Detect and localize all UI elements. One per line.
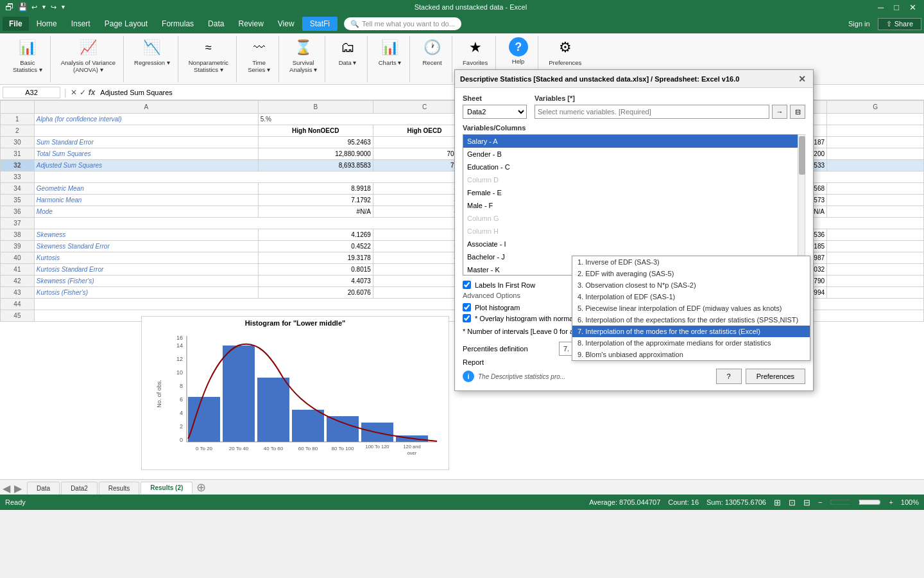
ribbon-btn-basic-stats[interactable]: 📊 BasicStatistics ▾ (10, 36, 45, 75)
var-item-column-d[interactable]: Column D (463, 173, 805, 186)
variables-list[interactable]: Salary - A Gender - B Education - C Colu… (463, 134, 805, 276)
var-item-male[interactable]: Male - F (463, 199, 805, 212)
add-sheet-button[interactable]: ⊕ (196, 480, 206, 495)
status-zoom-out[interactable]: − (818, 498, 822, 506)
menu-formulas[interactable]: Formulas (155, 17, 200, 31)
cell-a42[interactable]: Skewness (Fisher's) (34, 276, 258, 287)
cell-b36[interactable]: #N/A (258, 206, 373, 218)
sheet-select[interactable]: Data2 (463, 105, 527, 119)
variables-input[interactable] (535, 105, 769, 119)
var-item-column-h[interactable]: Column H (463, 225, 805, 238)
overlay-checkbox[interactable] (463, 314, 471, 322)
sheet-tab-data[interactable]: Data (27, 482, 60, 495)
ribbon-btn-help[interactable]: ? Help (504, 36, 533, 66)
cell-a34[interactable]: Geometric Mean (34, 183, 258, 195)
cell-b43[interactable]: 20.6076 (258, 287, 373, 299)
ribbon-btn-data[interactable]: 🗂 Data ▾ (333, 36, 362, 67)
labels-checkbox[interactable] (463, 281, 471, 289)
cell-b38[interactable]: 4.1269 (258, 229, 373, 241)
menu-view[interactable]: View (271, 17, 301, 31)
status-view-page[interactable]: ⊡ (789, 498, 796, 507)
descriptive-statistics-dialog[interactable]: Descriptive Statistics [Stacked and unst… (454, 69, 814, 391)
quick-access-save[interactable]: 💾 (18, 3, 28, 12)
ribbon-btn-anova[interactable]: 📈 Analysis of Variance(ANOVA) ▾ (58, 36, 118, 75)
reset-options-link[interactable]: Reset Options (760, 292, 805, 299)
quick-access-undo-drop[interactable]: ▼ (41, 4, 47, 10)
preferences-button[interactable]: Preferences (746, 369, 805, 384)
status-view-page-break[interactable]: ⊟ (803, 498, 810, 507)
intervals-spinner[interactable]: ▲ ▼ (798, 325, 805, 338)
cell-a32[interactable]: Adjusted Sum Squares (34, 160, 258, 171)
cell-b41[interactable]: 0.8015 (258, 264, 373, 276)
cell-a43[interactable]: Kurtosis (Fisher's) (34, 287, 258, 299)
var-item-bachelor[interactable]: Bachelor - J (463, 250, 805, 263)
var-item-column-g[interactable]: Column G (463, 212, 805, 225)
menu-statfi[interactable]: StatFi (302, 17, 338, 31)
ribbon-btn-timeseries[interactable]: 〰 TimeSeries ▾ (244, 36, 273, 75)
intervals-up-button[interactable]: ▲ (798, 326, 805, 332)
var-item-master[interactable]: Master - K (463, 263, 805, 276)
sheet-tab-data2[interactable]: Data2 (61, 482, 98, 495)
cell-b31[interactable]: 12,880.9000 (258, 148, 373, 160)
tab-scroll-left[interactable]: ◀ (3, 482, 10, 495)
status-zoom-in[interactable]: + (889, 498, 893, 506)
sign-in-link[interactable]: Sign in (842, 20, 877, 28)
cell-a30[interactable]: Sum Standard Error (34, 137, 258, 148)
var-item-gender[interactable]: Gender - B (463, 148, 805, 161)
zoom-slider[interactable] (830, 497, 881, 507)
tab-scroll-right[interactable]: ▶ (14, 482, 22, 495)
ribbon-btn-survival[interactable]: ⌛ SurvivalAnalysis ▾ (287, 36, 320, 75)
dialog-close-button[interactable]: ✕ (796, 73, 808, 85)
cell-b35[interactable]: 7.1792 (258, 195, 373, 206)
intervals-down-button[interactable]: ▼ (798, 332, 805, 338)
status-view-normal[interactable]: ⊞ (774, 498, 781, 507)
quick-access-undo[interactable]: ↩ (31, 3, 37, 12)
menu-review[interactable]: Review (232, 17, 270, 31)
plot-histogram-checkbox[interactable] (463, 303, 471, 311)
ribbon-btn-regression[interactable]: 📉 Regression ▾ (132, 36, 173, 67)
var-list-scrollthumb[interactable] (799, 136, 805, 175)
sheet-tab-results[interactable]: Results (99, 482, 139, 495)
cell-a36[interactable]: Mode (34, 206, 258, 218)
cell-b42[interactable]: 4.4073 (258, 276, 373, 287)
sheet-tab-results2[interactable]: Results (2) (141, 482, 193, 495)
help-button[interactable]: ? (716, 369, 742, 384)
col-header-a[interactable]: A (34, 101, 258, 114)
cell-a40[interactable]: Kurtosis (34, 252, 258, 264)
formula-cancel-icon[interactable]: ✕ (71, 88, 77, 97)
perc-def-select[interactable]: 7. Interpolation of the modes for the or… (559, 342, 805, 356)
ribbon-btn-favorites[interactable]: ★ Favorites (460, 36, 490, 67)
col-header-b[interactable]: B (258, 101, 373, 114)
menu-page-layout[interactable]: Page Layout (98, 17, 154, 31)
ribbon-btn-nonparam[interactable]: ≈ NonparametricStatistics ▾ (186, 36, 231, 75)
quick-access-more[interactable]: ▼ (60, 4, 66, 10)
cell-a39[interactable]: Skewness Standard Error (34, 241, 258, 252)
menu-insert[interactable]: Insert (65, 17, 97, 31)
var-item-education[interactable]: Education - C (463, 161, 805, 173)
share-button[interactable]: ⇧ ⇧ Share Share (878, 18, 921, 30)
var-item-salary[interactable]: Salary - A (463, 135, 805, 148)
cell-a38[interactable]: Skewness (34, 229, 258, 241)
name-box[interactable]: A32 (3, 87, 60, 98)
var-item-female[interactable]: Female - E (463, 186, 805, 199)
menu-home[interactable]: Home (30, 17, 64, 31)
var-list-scrollbar[interactable] (798, 134, 805, 276)
menu-file[interactable]: File (3, 17, 29, 31)
maximize-button[interactable]: □ (891, 3, 902, 12)
menu-data[interactable]: Data (201, 17, 230, 31)
ribbon-btn-recent[interactable]: 🕐 Recent (418, 36, 447, 67)
cell-a41[interactable]: Kurtosis Standard Error (34, 264, 258, 276)
var-item-associate[interactable]: Associate - I (463, 238, 805, 250)
intervals-input[interactable] (759, 325, 798, 338)
col-header-g[interactable]: G (827, 101, 924, 114)
minimize-button[interactable]: ─ (875, 3, 886, 12)
variables-remove-button[interactable]: ⊟ (790, 105, 805, 119)
tell-me-box[interactable]: 🔍 Tell me what you want to do... (344, 17, 461, 30)
cell-b40[interactable]: 19.3178 (258, 252, 373, 264)
variables-add-button[interactable]: → (772, 105, 787, 119)
cell-b34[interactable]: 8.9918 (258, 183, 373, 195)
ribbon-btn-preferences[interactable]: ⚙ Preferences (546, 36, 584, 67)
cell-b32[interactable]: 8,693.8583 (258, 160, 373, 171)
cell-a35[interactable]: Harmonic Mean (34, 195, 258, 206)
quick-access-redo[interactable]: ↪ (51, 3, 56, 12)
